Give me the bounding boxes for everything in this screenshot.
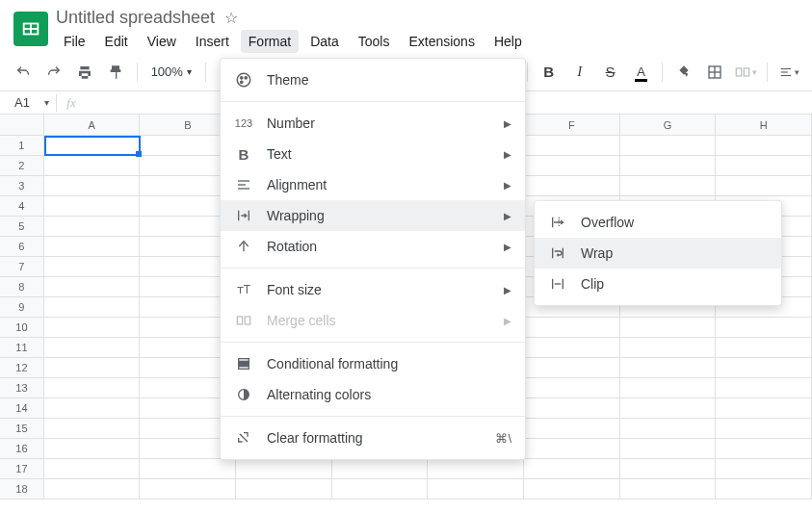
menu-tools[interactable]: Tools xyxy=(351,30,398,53)
row-header[interactable]: 17 xyxy=(0,459,44,479)
cell[interactable] xyxy=(44,398,141,419)
menu-format[interactable]: Format xyxy=(241,30,299,53)
menu-help[interactable]: Help xyxy=(486,30,530,53)
cell[interactable] xyxy=(620,338,717,358)
cell[interactable] xyxy=(236,479,332,499)
cell[interactable] xyxy=(44,378,141,398)
cell[interactable] xyxy=(716,439,812,459)
cell[interactable] xyxy=(716,156,812,176)
submenu-item-overflow[interactable]: Overflow xyxy=(535,207,781,238)
menu-item-wrapping[interactable]: Wrapping ▶ xyxy=(221,200,525,231)
fill-color-button[interactable] xyxy=(670,59,697,86)
row-header[interactable]: 14 xyxy=(0,398,44,419)
col-header[interactable]: H xyxy=(716,115,812,135)
cell[interactable] xyxy=(524,419,620,439)
cell[interactable] xyxy=(428,459,524,479)
col-header[interactable]: G xyxy=(620,115,717,135)
cell[interactable] xyxy=(716,479,812,499)
cell[interactable] xyxy=(620,378,717,398)
cell[interactable] xyxy=(44,156,141,176)
cell[interactable] xyxy=(620,318,717,338)
menu-file[interactable]: File xyxy=(56,30,93,53)
cell[interactable] xyxy=(716,459,812,479)
align-button[interactable]: ▾ xyxy=(775,59,802,86)
cell[interactable] xyxy=(332,479,429,499)
menu-extensions[interactable]: Extensions xyxy=(401,30,482,53)
row-header[interactable]: 2 xyxy=(0,156,44,176)
cell[interactable] xyxy=(620,136,717,156)
menu-item-text[interactable]: B Text ▶ xyxy=(221,139,525,169)
submenu-item-wrap[interactable]: Wrap xyxy=(535,238,781,269)
row-header[interactable]: 7 xyxy=(0,257,44,277)
cell[interactable] xyxy=(524,338,620,358)
cell[interactable] xyxy=(44,277,141,297)
row-header[interactable]: 15 xyxy=(0,419,44,439)
menu-item-number[interactable]: 123 Number ▶ xyxy=(221,108,525,139)
menu-item-alternating[interactable]: Alternating colors xyxy=(221,379,525,410)
row-header[interactable]: 6 xyxy=(0,237,44,257)
cell[interactable] xyxy=(524,378,620,398)
menu-view[interactable]: View xyxy=(140,30,184,53)
cell[interactable] xyxy=(44,439,141,459)
row-header[interactable]: 16 xyxy=(0,439,44,459)
cell[interactable] xyxy=(44,257,141,277)
row-header[interactable]: 13 xyxy=(0,378,44,398)
cell[interactable] xyxy=(716,419,812,439)
cell[interactable] xyxy=(524,136,620,156)
row-header[interactable]: 12 xyxy=(0,358,44,378)
cell[interactable] xyxy=(44,176,141,196)
cell[interactable] xyxy=(44,217,141,237)
cell[interactable] xyxy=(716,318,812,338)
row-header[interactable]: 3 xyxy=(0,176,44,196)
menu-item-theme[interactable]: Theme xyxy=(221,64,525,95)
borders-button[interactable] xyxy=(701,59,728,86)
name-box-dropdown[interactable]: ▾ xyxy=(44,97,56,108)
menu-edit[interactable]: Edit xyxy=(97,30,136,53)
cell[interactable] xyxy=(44,338,141,358)
cell[interactable] xyxy=(524,398,620,419)
menu-item-clear[interactable]: Clear formatting ⌘\ xyxy=(221,422,525,453)
redo-button[interactable] xyxy=(40,59,67,86)
menu-data[interactable]: Data xyxy=(302,30,347,53)
cell[interactable] xyxy=(716,358,812,378)
cell[interactable] xyxy=(44,237,141,257)
bold-button[interactable]: B xyxy=(536,59,563,86)
cell[interactable] xyxy=(332,459,429,479)
cell[interactable] xyxy=(44,459,141,479)
cell[interactable] xyxy=(524,358,620,378)
cell[interactable] xyxy=(620,479,717,499)
cell[interactable] xyxy=(140,479,236,499)
cell[interactable] xyxy=(44,318,141,338)
cell[interactable] xyxy=(524,459,620,479)
submenu-item-clip[interactable]: Clip xyxy=(535,269,781,299)
italic-button[interactable]: I xyxy=(566,59,593,86)
menu-item-font-size[interactable]: ᴛT Font size ▶ xyxy=(221,274,525,305)
cell[interactable] xyxy=(140,459,236,479)
row-header[interactable]: 1 xyxy=(0,136,44,156)
cell[interactable] xyxy=(44,196,141,217)
row-header[interactable]: 5 xyxy=(0,217,44,237)
cell[interactable] xyxy=(428,479,524,499)
cell[interactable] xyxy=(716,176,812,196)
cell[interactable] xyxy=(44,297,141,318)
cell[interactable] xyxy=(620,439,717,459)
cell[interactable] xyxy=(44,358,141,378)
col-header[interactable]: F xyxy=(524,115,620,135)
cell[interactable] xyxy=(716,338,812,358)
cell[interactable] xyxy=(620,156,717,176)
cell[interactable] xyxy=(620,459,717,479)
cell[interactable] xyxy=(620,419,717,439)
strikethrough-button[interactable]: S xyxy=(597,59,624,86)
zoom-select[interactable]: 100% ▾ xyxy=(145,64,197,79)
cell[interactable] xyxy=(524,156,620,176)
menu-item-alignment[interactable]: Alignment ▶ xyxy=(221,169,525,200)
cell[interactable] xyxy=(524,176,620,196)
cell[interactable] xyxy=(236,459,332,479)
menu-item-conditional[interactable]: Conditional formatting xyxy=(221,348,525,379)
cell[interactable] xyxy=(716,378,812,398)
cell[interactable] xyxy=(524,479,620,499)
cell[interactable] xyxy=(716,398,812,419)
menu-insert[interactable]: Insert xyxy=(188,30,237,53)
row-header[interactable]: 4 xyxy=(0,196,44,217)
cell[interactable] xyxy=(524,439,620,459)
